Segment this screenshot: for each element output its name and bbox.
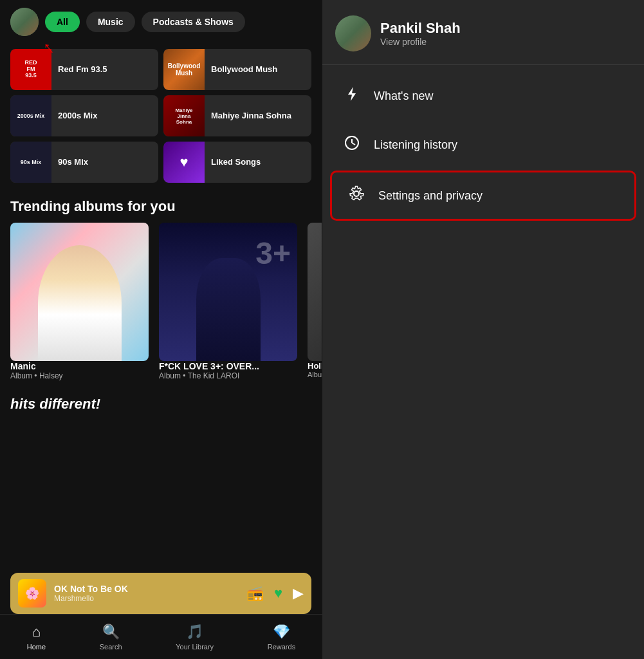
hits-section: hits different! [0,380,322,418]
bollywood-thumbnail: BollywoodMush [163,49,205,90]
grid-item-mahiye-label: Mahiye Jinna Sohna [205,111,298,122]
lightning-icon [343,86,361,106]
grid-item-2000s[interactable]: 2000s Mix 2000s Mix [10,95,158,136]
nav-library[interactable]: 🎵 Your Library [176,624,214,651]
nav-home[interactable]: ⌂ Home [27,624,46,651]
profile-header: Pankil Shah View profile [322,0,644,65]
menu-whats-new[interactable]: What's new [327,73,639,119]
bottom-nav: ⌂ Home 🔍 Search 🎵 Your Library 💎 Rewards [0,614,322,659]
nav-search-label: Search [100,643,122,651]
grid-item-liked-label: Liked Songs [205,157,267,168]
grid-item-bollywood[interactable]: BollywoodMush Bollywood Mush [163,49,311,90]
svg-point-4 [354,191,359,196]
heart-icon[interactable]: ♥ [274,585,282,602]
albums-row: Manic Album • Halsey 3+ F*CK LOVE 3+: OV… [0,223,322,380]
manic-subtitle: Album • Halsey [10,371,149,380]
nav-library-label: Your Library [176,643,214,651]
trending-heading: Trending albums for you [0,188,322,223]
profile-avatar [335,15,371,51]
holl-title: Holl [308,361,322,371]
svg-marker-0 [348,87,356,101]
mahiye-thumbnail: MahiyeJinnaSohna [163,95,205,136]
gear-icon [347,185,365,206]
now-playing-artist: Marshmello [54,594,239,603]
2000s-thumbnail: 2000s Mix [10,95,51,136]
search-icon: 🔍 [102,624,120,640]
fck-title: F*CK LOVE 3+: OVER... [159,361,297,371]
library-icon: 🎵 [186,624,203,640]
now-playing-thumbnail: 🌸 [18,579,46,608]
device-icon[interactable]: 📻 [246,585,264,602]
whats-new-label: What's new [374,89,433,103]
manic-cover [10,223,149,361]
main-panel: All Music Podcasts & Shows ↑ REDFM93.5 R… [0,0,322,659]
play-icon[interactable]: ▶ [293,585,304,602]
filter-music-button[interactable]: Music [86,12,135,32]
grid-item-bollywood-label: Bollywood Mush [205,64,284,75]
menu-listening-history[interactable]: Listening history [327,122,639,168]
grid-item-90s[interactable]: 90s Mix 90s Mix [10,142,158,183]
nav-home-label: Home [27,643,46,651]
fck-cover: 3+ [159,223,297,361]
grid-item-mahiye[interactable]: MahiyeJinnaSohna Mahiye Jinna Sohna [163,95,311,136]
avatar[interactable] [10,8,39,36]
home-icon: ⌂ [32,624,41,640]
album-manic[interactable]: Manic Album • Halsey [10,223,149,380]
grid-item-liked[interactable]: ♥ Liked Songs [163,142,311,183]
settings-privacy-label: Settings and privacy [378,189,483,203]
hits-heading: hits different! [10,396,311,413]
album-holl[interactable]: Holl Albu [308,223,322,380]
now-playing-title: OK Not To Be OK [54,584,239,594]
grid-item-2000s-label: 2000s Mix [51,111,104,122]
view-profile-link[interactable]: View profile [380,37,461,47]
grid-item-90s-label: 90s Mix [51,157,95,168]
menu-list: What's new Listening history [322,65,644,228]
filter-all-button[interactable]: All [45,12,80,32]
grid-item-redfm[interactable]: REDFM93.5 Red Fm 93.5 [10,49,158,90]
manic-title: Manic [10,361,149,371]
now-playing-bar[interactable]: 🌸 OK Not To Be OK Marshmello 📻 ♥ ▶ [10,573,311,614]
90s-thumbnail: 90s Mix [10,142,51,183]
redfm-thumbnail: REDFM93.5 [10,49,51,90]
svg-line-3 [352,143,355,145]
listening-history-label: Listening history [374,138,457,152]
now-playing-controls: 📻 ♥ ▶ [246,585,304,602]
top-bar: All Music Podcasts & Shows [0,0,322,44]
album-fck[interactable]: 3+ F*CK LOVE 3+: OVER... Album • The Kid… [159,223,297,380]
dropdown-panel: Pankil Shah View profile What's new [322,0,644,659]
grid-item-redfm-label: Red Fm 93.5 [51,64,114,75]
liked-thumbnail: ♥ [163,142,205,183]
fck-subtitle: Album • The Kid LAROI [159,371,297,380]
playlist-grid: REDFM93.5 Red Fm 93.5 BollywoodMush Boll… [0,44,322,188]
holl-subtitle: Albu [308,371,322,378]
rewards-icon: 💎 [273,624,290,640]
menu-settings-privacy[interactable]: Settings and privacy [330,171,636,221]
nav-search[interactable]: 🔍 Search [100,624,122,651]
clock-icon [343,135,361,155]
nav-rewards[interactable]: 💎 Rewards [268,624,295,651]
holl-cover [308,223,322,361]
profile-info: Pankil Shah View profile [380,20,461,47]
filter-podcasts-button[interactable]: Podcasts & Shows [142,12,245,32]
profile-name: Pankil Shah [380,20,461,37]
nav-rewards-label: Rewards [268,643,295,651]
now-playing-info: OK Not To Be OK Marshmello [54,584,239,603]
